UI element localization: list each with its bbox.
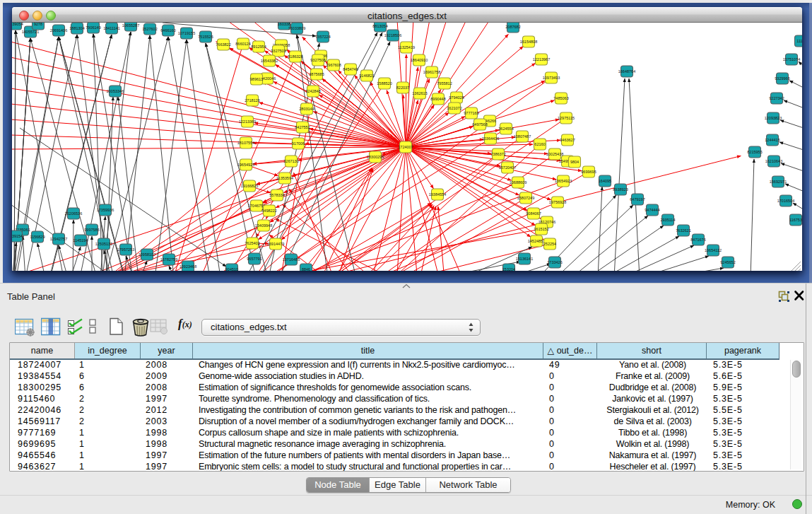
svg-text:10688609: 10688609 — [510, 180, 526, 185]
svg-text:2967608: 2967608 — [326, 63, 341, 67]
svg-text:8454749: 8454749 — [343, 67, 358, 71]
svg-text:14055721: 14055721 — [22, 30, 39, 34]
svg-text:8912954: 8912954 — [251, 45, 266, 49]
svg-text:16033809: 16033809 — [288, 26, 305, 30]
svg-text:13716485: 13716485 — [283, 257, 300, 262]
svg-text:6479197: 6479197 — [630, 197, 645, 201]
svg-text:10973493: 10973493 — [543, 76, 560, 80]
svg-text:939154: 939154 — [12, 234, 23, 238]
svg-text:1733426: 1733426 — [547, 260, 562, 264]
svg-text:15720407: 15720407 — [499, 165, 516, 170]
svg-text:16543382: 16543382 — [261, 59, 278, 63]
svg-text:1244415: 1244415 — [765, 138, 779, 142]
svg-text:15751074: 15751074 — [783, 57, 800, 62]
svg-text:16914479: 16914479 — [267, 242, 284, 246]
svg-text:7955812: 7955812 — [437, 81, 452, 86]
svg-text:18300295: 18300295 — [367, 155, 384, 159]
svg-text:9327506: 9327506 — [310, 58, 325, 62]
svg-text:8427552: 8427552 — [295, 125, 310, 129]
svg-text:3875685: 3875685 — [309, 72, 324, 76]
svg-text:12505135: 12505135 — [95, 242, 112, 246]
svg-text:1362615: 1362615 — [412, 91, 427, 95]
svg-text:15136141: 15136141 — [516, 257, 533, 261]
svg-text:2087682: 2087682 — [505, 25, 520, 29]
svg-text:14524851: 14524851 — [528, 239, 545, 243]
svg-text:7632621: 7632621 — [676, 228, 690, 233]
svg-text:9084067: 9084067 — [526, 211, 541, 216]
svg-text:1615152: 1615152 — [534, 227, 548, 231]
svg-text:8990448: 8990448 — [430, 97, 445, 101]
svg-text:6466160: 6466160 — [160, 28, 175, 33]
svg-text:9777169: 9777169 — [464, 111, 478, 115]
svg-text:9463627: 9463627 — [560, 138, 575, 142]
svg-text:5578334: 5578334 — [269, 193, 284, 197]
svg-text:16648764: 16648764 — [618, 69, 635, 74]
svg-text:904510: 904510 — [225, 267, 238, 271]
svg-text:17359936: 17359936 — [97, 208, 114, 212]
svg-text:19384554: 19384554 — [429, 192, 446, 197]
svg-text:10654112: 10654112 — [705, 248, 722, 252]
svg-text:19166825: 19166825 — [241, 184, 258, 188]
svg-text:20364436: 20364436 — [482, 136, 499, 141]
svg-text:18411141: 18411141 — [103, 26, 120, 30]
svg-text:15807249: 15807249 — [517, 196, 534, 200]
svg-text:9794028: 9794028 — [449, 95, 464, 100]
svg-text:19654925: 19654925 — [237, 163, 254, 167]
svg-text:2935114: 2935114 — [660, 218, 675, 222]
svg-text:9804: 9804 — [570, 160, 579, 164]
svg-text:19756928: 19756928 — [549, 200, 566, 204]
svg-text:20206536: 20206536 — [65, 211, 82, 216]
svg-text:11353594: 11353594 — [276, 176, 293, 180]
svg-text:9242848: 9242848 — [305, 89, 320, 93]
svg-text:7357224: 7357224 — [315, 35, 330, 39]
svg-text:2803144: 2803144 — [299, 107, 314, 111]
svg-text:15692971: 15692971 — [770, 180, 787, 184]
svg-text:17957253: 17957253 — [117, 247, 134, 252]
svg-text:8660124: 8660124 — [235, 42, 250, 46]
svg-text:8186328: 8186328 — [288, 54, 302, 59]
svg-text:15409948: 15409948 — [255, 223, 272, 228]
svg-text:17046755: 17046755 — [248, 204, 265, 208]
svg-text:8846: 8846 — [302, 267, 310, 271]
svg-text:10923468: 10923468 — [180, 264, 196, 269]
svg-text:7906149: 7906149 — [86, 25, 100, 30]
svg-text:8938923: 8938923 — [613, 187, 628, 192]
svg-text:7625402: 7625402 — [245, 241, 259, 245]
svg-text:17016504: 17016504 — [777, 199, 794, 203]
svg-text:822037: 822037 — [396, 86, 409, 90]
svg-text:9699695: 9699695 — [581, 170, 596, 174]
svg-text:16782759: 16782759 — [160, 257, 177, 262]
svg-text:5498222: 5498222 — [261, 209, 276, 213]
svg-text:1588520: 1588520 — [377, 81, 392, 86]
svg-text:989613: 989613 — [250, 77, 263, 81]
svg-text:11325419: 11325419 — [398, 45, 415, 49]
svg-text:164095: 164095 — [599, 179, 611, 183]
svg-text:8813054: 8813054 — [372, 24, 387, 28]
svg-text:62160: 62160 — [534, 142, 545, 146]
svg-text:9474444: 9474444 — [645, 208, 659, 212]
svg-text:1724007: 1724007 — [398, 145, 413, 149]
svg-text:1621072: 1621072 — [447, 106, 461, 110]
svg-text:10807487: 10807487 — [514, 134, 531, 139]
svg-text:10719155: 10719155 — [178, 31, 195, 35]
svg-text:1145194: 1145194 — [73, 238, 88, 243]
svg-text:3624554: 3624554 — [498, 127, 513, 131]
svg-text:10655287: 10655287 — [122, 23, 139, 28]
svg-text:917006: 917006 — [292, 141, 305, 146]
svg-text:1881304: 1881304 — [69, 26, 84, 30]
svg-text:16961758: 16961758 — [423, 70, 440, 74]
svg-text:1112: 1112 — [796, 39, 802, 43]
svg-text:10025438: 10025438 — [546, 152, 563, 156]
svg-text:153204: 153204 — [502, 267, 515, 271]
svg-text:16210643: 16210643 — [765, 159, 782, 163]
svg-text:8139054: 8139054 — [12, 23, 23, 26]
svg-text:9329966: 9329966 — [775, 76, 789, 81]
svg-text:9146821: 9146821 — [359, 74, 374, 78]
svg-text:6497568: 6497568 — [472, 122, 487, 127]
svg-text:16154808: 16154808 — [520, 40, 537, 44]
svg-text:2718126: 2718126 — [245, 98, 259, 103]
svg-text:20691406: 20691406 — [50, 28, 67, 33]
svg-text:8471676: 8471676 — [690, 238, 705, 242]
svg-text:9227342: 9227342 — [769, 96, 784, 100]
svg-text:116753: 116753 — [789, 218, 802, 222]
